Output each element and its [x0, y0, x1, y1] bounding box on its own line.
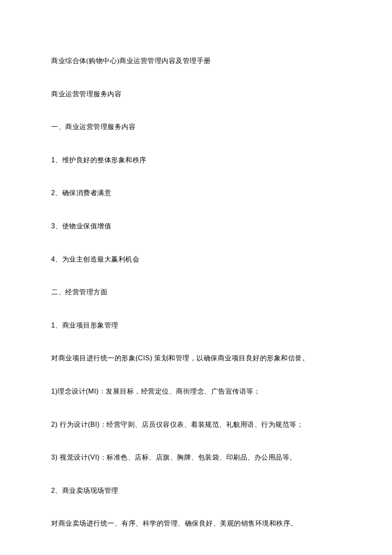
point-number: 1)	[51, 388, 58, 395]
point-text: ：经营守则、店员仪容仪表、着装规范、礼貌用语、行为规范等；	[100, 421, 304, 428]
point-text: ：发展目标，经营定位、商街理念、广告宣传语等；	[99, 388, 261, 395]
section2-sub2-desc: 对商业卖场进行统一、有序、科学的管理、确保良好、美观的销售环境和秩序。	[51, 518, 341, 529]
point-code: (MI)	[86, 388, 98, 395]
section2-sub1-point-1: 1)理念设计(MI)：发展目标，经营定位、商街理念、广告宣传语等；	[51, 386, 341, 397]
doc-subtitle: 商业运营管理服务内容	[51, 89, 341, 100]
section1-item-1: 1、维护良好的整体形象和秩序	[51, 155, 341, 166]
section1-item-4: 4、为业主创造最大赢利机会	[51, 254, 341, 265]
point-number: 2)	[51, 421, 60, 428]
item-text: 、确保消费者满意	[55, 189, 111, 196]
desc-code: (CIS)	[135, 354, 153, 362]
section2-sub1-title: 1、商业项目形象管理	[51, 320, 341, 331]
item-text: 、使物业保值增值	[55, 222, 111, 230]
point-label: 理念设计	[58, 388, 86, 395]
point-code: (BI)	[88, 421, 100, 428]
section1-item-2: 2、确保消费者满意	[51, 187, 341, 198]
item-text: 、维护良好的整体形象和秩序	[55, 156, 147, 164]
section2-sub1-point-3: 3) 视觉设计(VI)：标准色、店标、店旗、胸牌、包装袋、印刷品、办公用品等。	[51, 452, 341, 463]
section2-heading: 二、经营管理方面	[51, 287, 341, 298]
item-number: 1	[51, 322, 55, 329]
item-text: 、商业卖场现场管理	[55, 487, 118, 494]
point-label: 行为设计	[60, 421, 88, 428]
item-number: 1	[51, 156, 55, 164]
section2-sub1-point-2: 2) 行为设计(BI)：经营守则、店员仪容仪表、着装规范、礼貌用语、行为规范等；	[51, 419, 341, 430]
point-number: 3)	[51, 454, 60, 461]
item-number: 2	[51, 487, 55, 494]
item-text: 、为业主创造最大赢利机会	[55, 256, 139, 263]
section2-sub2-title: 2、商业卖场现场管理	[51, 485, 341, 496]
section2-sub1-desc: 对商业项目进行统一的形象(CIS) 策划和管理，以确保商业项目良好的形象和信誉。	[51, 353, 341, 364]
doc-title: 商业综合体(购物中心)商业运营管理内容及管理手册	[51, 55, 341, 66]
desc-post: 策划和管理，以确保商业项目良好的形象和信誉。	[153, 354, 309, 362]
item-number: 3	[51, 222, 55, 230]
point-code: (VI)	[88, 454, 100, 461]
desc-pre: 对商业项目进行统一的形象	[51, 354, 135, 362]
item-number: 2	[51, 189, 55, 196]
item-text: 、商业项目形象管理	[55, 322, 118, 329]
point-text: ：标准色、店标、店旗、胸牌、包装袋、印刷品、办公用品等。	[100, 454, 297, 461]
section1-heading: 一、商业运营管理服务内容	[51, 121, 341, 132]
item-number: 4	[51, 256, 55, 263]
section1-item-3: 3、使物业保值增值	[51, 221, 341, 232]
point-label: 视觉设计	[60, 454, 88, 461]
